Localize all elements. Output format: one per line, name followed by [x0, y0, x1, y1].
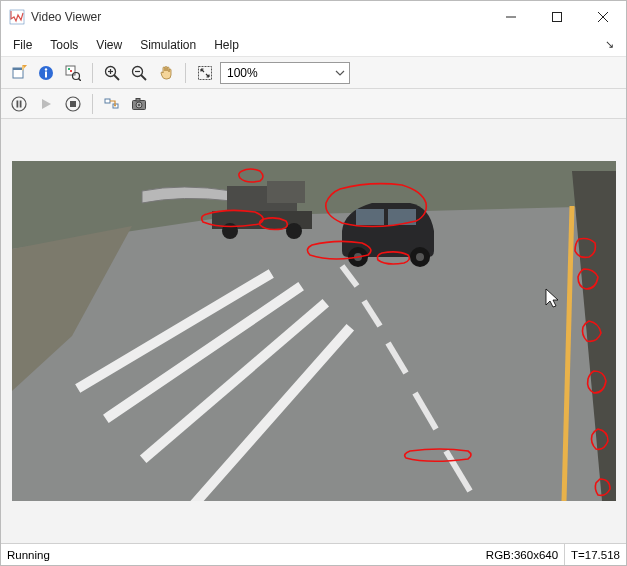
status-state: Running — [1, 544, 480, 565]
zoom-in-button[interactable] — [100, 61, 124, 85]
window-title: Video Viewer — [31, 10, 488, 24]
video-frame[interactable] — [12, 161, 616, 501]
toolbar-main — [1, 57, 626, 89]
close-button[interactable] — [580, 1, 626, 33]
svg-rect-28 — [20, 100, 22, 107]
svg-point-58 — [286, 223, 302, 239]
toolbar-separator — [92, 94, 93, 114]
play-button[interactable] — [34, 92, 58, 116]
svg-rect-55 — [267, 181, 305, 203]
statusbar: Running RGB:360x640 T=17.518 — [1, 543, 626, 565]
fit-to-window-button[interactable] — [193, 61, 217, 85]
app-icon — [9, 9, 25, 25]
zoom-input[interactable] — [221, 63, 349, 83]
menu-help[interactable]: Help — [206, 36, 247, 54]
menu-tools[interactable]: Tools — [42, 36, 86, 54]
menubar: File Tools View Simulation Help ↘ — [1, 33, 626, 57]
svg-point-11 — [45, 68, 47, 70]
svg-rect-7 — [13, 68, 23, 70]
status-format: RGB:360x640 — [480, 544, 565, 565]
svg-rect-3 — [553, 13, 562, 22]
highlight-blocks-button[interactable] — [100, 92, 124, 116]
svg-rect-14 — [68, 68, 70, 70]
svg-line-19 — [114, 75, 119, 80]
zoom-out-button[interactable] — [127, 61, 151, 85]
content-area — [1, 119, 626, 543]
zoom-combobox[interactable] — [220, 62, 350, 84]
pause-button[interactable] — [7, 92, 31, 116]
svg-rect-15 — [70, 70, 72, 72]
maximize-button[interactable] — [534, 1, 580, 33]
new-viewer-button[interactable] — [7, 61, 31, 85]
svg-rect-31 — [70, 101, 76, 107]
pan-button[interactable] — [154, 61, 178, 85]
menu-view[interactable]: View — [88, 36, 130, 54]
video-frame-svg — [12, 161, 616, 501]
svg-rect-32 — [105, 99, 110, 103]
svg-line-17 — [79, 78, 82, 81]
svg-rect-25 — [199, 66, 212, 79]
svg-point-57 — [222, 223, 238, 239]
menu-file[interactable]: File — [5, 36, 40, 54]
minimize-button[interactable] — [488, 1, 534, 33]
svg-point-64 — [416, 253, 424, 261]
stop-button[interactable] — [61, 92, 85, 116]
svg-rect-59 — [356, 209, 384, 225]
app-window: Video Viewer File Tools View Simulation … — [0, 0, 627, 566]
svg-point-38 — [138, 103, 141, 106]
titlebar: Video Viewer — [1, 1, 626, 33]
toolbar-separator — [185, 63, 186, 83]
inspect-pixel-button[interactable] — [61, 61, 85, 85]
svg-point-16 — [73, 72, 80, 79]
status-time: T=17.518 — [565, 544, 626, 565]
snapshot-button[interactable] — [127, 92, 151, 116]
dock-icon[interactable]: ↘ — [605, 38, 622, 51]
svg-point-26 — [12, 97, 26, 111]
toolbar-separator — [92, 63, 93, 83]
svg-marker-29 — [42, 99, 51, 109]
svg-rect-12 — [45, 71, 47, 77]
svg-rect-36 — [136, 98, 140, 101]
svg-line-23 — [141, 75, 146, 80]
menu-simulation[interactable]: Simulation — [132, 36, 204, 54]
svg-rect-27 — [17, 100, 19, 107]
info-button[interactable] — [34, 61, 58, 85]
toolbar-playback — [1, 89, 626, 119]
